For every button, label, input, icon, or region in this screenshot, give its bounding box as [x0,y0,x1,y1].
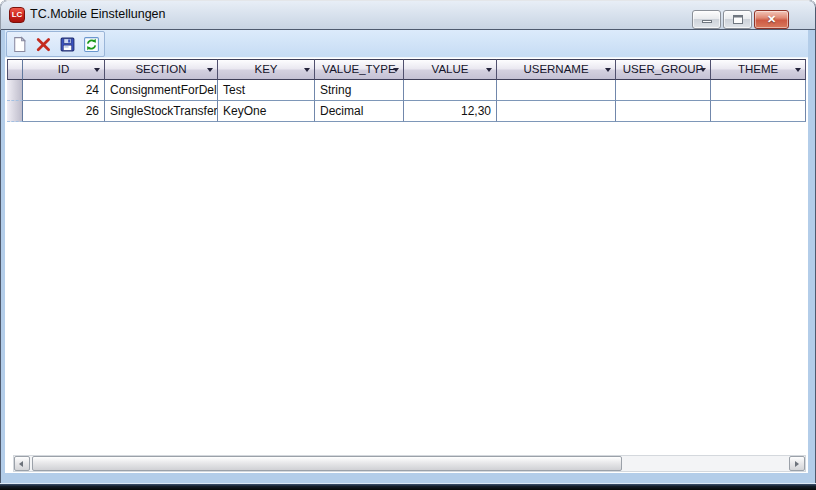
cell-id[interactable]: 26 [23,101,105,122]
column-header-value[interactable]: VALUE [404,59,497,80]
toolbar-group [6,31,105,57]
minimize-button[interactable] [692,10,721,29]
cell-key[interactable]: Test [218,80,315,101]
maximize-icon [733,15,743,24]
column-header-label: THEME [738,63,778,75]
cell-user-group[interactable] [616,80,711,101]
row-indicator-header [7,59,23,80]
refresh-button[interactable] [79,32,103,56]
column-header-label: USER_GROUP [623,63,704,75]
column-header-label: KEY [254,63,277,75]
cell-value[interactable] [404,80,497,101]
column-header-key[interactable]: KEY [218,59,315,80]
window-title: TC.Mobile Einstellungen [30,7,166,21]
close-icon: ✕ [755,13,788,26]
column-header-section[interactable]: SECTION [105,59,218,80]
filter-dropdown-icon[interactable] [304,68,310,72]
close-button[interactable]: ✕ [754,10,789,29]
titlebar[interactable]: LC TC.Mobile Einstellungen ✕ [0,0,816,30]
minimize-icon [702,20,712,23]
cell-theme[interactable] [711,101,806,122]
row-indicator[interactable] [7,101,23,122]
cell-key[interactable]: KeyOne [218,101,315,122]
cell-username[interactable] [497,80,616,101]
filter-dropdown-icon[interactable] [700,68,706,72]
filter-dropdown-icon[interactable] [94,68,100,72]
maximize-button[interactable] [723,10,752,29]
grid-header-row: ID SECTION KEY VALUE_TYPE VALUE [7,59,806,80]
filter-dropdown-icon[interactable] [486,68,492,72]
horizontal-scrollbar[interactable] [13,455,806,472]
arrow-right-icon [795,461,799,467]
cell-user-group[interactable] [616,101,711,122]
column-header-theme[interactable]: THEME [711,59,806,80]
scrollbar-thumb[interactable] [32,456,622,471]
table-row[interactable]: 26 SingleStockTransfer KeyOne Decimal 12… [7,101,806,122]
scroll-right-button[interactable] [789,456,805,471]
column-header-value-type[interactable]: VALUE_TYPE [315,59,404,80]
app-icon: LC [9,7,25,23]
filter-dropdown-icon[interactable] [207,68,213,72]
cell-value-type[interactable]: Decimal [315,101,404,122]
cell-username[interactable] [497,101,616,122]
cell-section[interactable]: ConsignmentForDeliv [105,80,218,101]
filter-dropdown-icon[interactable] [605,68,611,72]
delete-record-button[interactable] [32,32,56,56]
cell-value-type[interactable]: String [315,80,404,101]
new-document-icon [11,36,28,53]
save-button[interactable] [56,32,80,56]
cell-section[interactable]: SingleStockTransfer [105,101,218,122]
column-header-id[interactable]: ID [23,59,105,80]
client-area: ID SECTION KEY VALUE_TYPE VALUE [5,30,808,473]
column-header-label: VALUE [432,63,469,75]
cell-id[interactable]: 24 [23,80,105,101]
column-header-label: ID [58,63,70,75]
cell-value[interactable]: 12,30 [404,101,497,122]
row-indicator[interactable] [7,80,23,101]
delete-icon [35,36,52,53]
column-header-username[interactable]: USERNAME [497,59,616,80]
window-bottom-edge [0,483,816,490]
settings-grid: ID SECTION KEY VALUE_TYPE VALUE [7,59,806,122]
new-record-button[interactable] [8,32,32,56]
column-header-label: SECTION [135,63,186,75]
toolbar [5,30,808,58]
app-window: LC TC.Mobile Einstellungen ✕ [0,0,816,490]
column-header-label: USERNAME [523,63,588,75]
window-controls: ✕ [692,10,789,29]
cell-theme[interactable] [711,80,806,101]
refresh-icon [83,36,100,53]
column-header-user-group[interactable]: USER_GROUP [616,59,711,80]
save-icon [59,36,76,53]
scroll-left-button[interactable] [14,456,30,471]
arrow-left-icon [19,461,23,467]
table-row[interactable]: 24 ConsignmentForDeliv Test String [7,80,806,101]
column-header-label: VALUE_TYPE [322,63,395,75]
filter-dropdown-icon[interactable] [393,68,399,72]
filter-dropdown-icon[interactable] [795,68,801,72]
